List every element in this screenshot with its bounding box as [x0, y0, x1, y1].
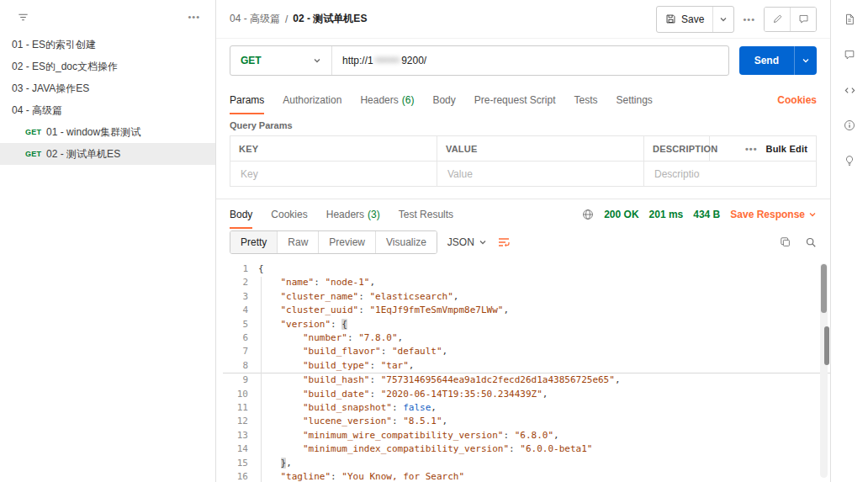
tab-params[interactable]: Params — [230, 86, 264, 114]
code-line: 3 "cluster_name": "elasticsearch", — [223, 290, 830, 304]
key-input[interactable] — [239, 167, 428, 181]
folder-label: 02 - ES的_doc文档操作 — [12, 60, 118, 74]
table-header-row: KEY VALUE DESCRIPTION ••• Bulk Edit — [230, 136, 816, 161]
code-line: 7 "build_flavor": "default", — [223, 345, 830, 358]
view-preview[interactable]: Preview — [318, 231, 375, 253]
response-headers-count: (3) — [368, 209, 380, 220]
method-dropdown[interactable]: GET — [230, 46, 332, 75]
save-label: Save — [681, 13, 704, 25]
code-line: 9 "build_hash": "757314695644ea9a1dc2fec… — [223, 373, 830, 387]
send-button[interactable]: Send — [739, 46, 817, 75]
request-pane: 04 - 高级篇 / 02 - 测试单机ES Save ••• — [216, 0, 830, 482]
request-actions: Save ••• — [656, 6, 817, 33]
sidebar-item-folder[interactable]: 03 - JAVA操作ES — [0, 77, 215, 99]
code-line: 4 "cluster_uuid": "1EqJf9fmTeSmVmpm8e7LW… — [223, 304, 830, 317]
folder-label: 03 - JAVA操作ES — [12, 82, 89, 96]
sidebar-item-request[interactable]: GET 01 - window集群测试 — [0, 121, 215, 143]
response-view-switcher: Pretty Raw Preview Visualize — [230, 230, 437, 254]
breadcrumb-current: 02 - 测试单机ES — [293, 12, 367, 26]
url-suffix: 9200/ — [401, 55, 426, 66]
response-pane: Body Cookies Headers(3) Test Results 200… — [216, 199, 830, 482]
save-options-caret[interactable] — [712, 7, 733, 32]
sidebar-item-folder[interactable]: 02 - ES的_doc文档操作 — [0, 56, 215, 77]
request-menu-icon[interactable]: ••• — [743, 14, 755, 24]
value-column-header: VALUE — [437, 136, 644, 161]
collections-sidebar: ••• 01 - ES的索引创建 02 - ES的_doc文档操作 03 - J… — [0, 0, 216, 482]
sidebar-item-request-selected[interactable]: GET 02 - 测试单机ES — [0, 143, 215, 165]
code-line: 5 "version": { — [223, 318, 830, 331]
sidebar-item-folder[interactable]: 01 - ES的索引创建 — [0, 34, 215, 56]
scrollbar-thumb[interactable] — [821, 264, 827, 313]
pane-scrollbar-thumb[interactable] — [824, 326, 829, 365]
save-response-button[interactable]: Save Response — [730, 209, 817, 220]
code-line: 1{ — [223, 262, 830, 276]
tab-authorization[interactable]: Authorization — [283, 86, 341, 114]
save-button[interactable]: Save — [656, 6, 734, 33]
response-body-viewer[interactable]: 1{2 "name": "node-1",3 "cluster_name": "… — [216, 261, 830, 482]
breadcrumb-separator: / — [285, 13, 288, 25]
response-tabs: Body Cookies Headers(3) Test Results 200… — [216, 199, 830, 229]
value-input[interactable] — [446, 167, 635, 181]
table-row — [230, 161, 816, 186]
description-input[interactable] — [653, 167, 701, 181]
edit-pencil-icon[interactable] — [765, 8, 790, 31]
comments-icon[interactable] — [842, 47, 857, 62]
code-snippet-icon[interactable] — [842, 82, 857, 98]
response-tab-headers[interactable]: Headers(3) — [326, 199, 380, 229]
query-params-title: Query Params — [216, 114, 830, 135]
tab-settings[interactable]: Settings — [617, 86, 653, 114]
code-line: 13 "minimum_wire_compatibility_version":… — [223, 429, 830, 442]
view-visualize[interactable]: Visualize — [375, 231, 437, 253]
response-tab-test-results[interactable]: Test Results — [399, 199, 453, 229]
tab-pre-request-script[interactable]: Pre-request Script — [474, 86, 556, 114]
key-column-header: KEY — [230, 136, 437, 161]
info-icon[interactable] — [842, 118, 857, 133]
documentation-icon[interactable] — [842, 12, 857, 27]
tab-tests[interactable]: Tests — [574, 86, 597, 114]
params-menu-icon[interactable]: ••• — [745, 144, 758, 154]
method-value: GET — [241, 55, 262, 66]
request-tabs: Params Authorization Headers(6) Body Pre… — [216, 86, 830, 114]
code-lines: 1{2 "name": "node-1",3 "cluster_name": "… — [223, 262, 830, 482]
tab-headers[interactable]: Headers(6) — [360, 86, 414, 114]
copy-icon[interactable] — [780, 236, 791, 248]
word-wrap-icon[interactable] — [497, 236, 511, 249]
response-tab-cookies[interactable]: Cookies — [271, 199, 307, 229]
code-line: 15 }, — [223, 457, 830, 470]
url-masked: ••••••• — [375, 55, 400, 66]
view-raw[interactable]: Raw — [277, 231, 318, 253]
url-input[interactable]: http://1 ••••••• 9200/ — [332, 46, 728, 75]
view-pretty[interactable]: Pretty — [230, 231, 277, 253]
sidebar-item-folder[interactable]: 04 - 高级篇 — [0, 99, 215, 121]
response-tools — [780, 236, 817, 248]
cookies-link[interactable]: Cookies — [777, 94, 817, 106]
code-line: 14 "minimum_index_compatibility_version"… — [223, 442, 830, 456]
response-scrollbar[interactable] — [820, 263, 828, 478]
network-globe-icon[interactable] — [582, 209, 594, 220]
format-value: JSON — [447, 236, 474, 248]
sidebar-menu-icon[interactable]: ••• — [188, 12, 200, 22]
save-icon — [665, 13, 676, 24]
postman-app: ••• 01 - ES的索引创建 02 - ES的_doc文档操作 03 - J… — [0, 0, 868, 482]
breadcrumb-folder[interactable]: 04 - 高级篇 — [230, 12, 280, 26]
tab-body[interactable]: Body — [432, 86, 455, 114]
code-line: 12 "lucene_version": "8.5.1", — [223, 415, 830, 428]
context-rail — [830, 0, 868, 482]
comment-icon[interactable] — [790, 8, 816, 31]
response-tab-body[interactable]: Body — [230, 199, 252, 229]
folder-label: 04 - 高级篇 — [12, 103, 62, 118]
send-options-caret[interactable] — [794, 46, 817, 75]
response-meta: 200 OK 201 ms 434 B Save Response — [582, 209, 817, 220]
lightbulb-icon[interactable] — [842, 153, 857, 168]
response-view-bar: Pretty Raw Preview Visualize JSON — [216, 229, 830, 261]
edit-comment-group — [764, 7, 817, 32]
bulk-edit-button[interactable]: Bulk Edit — [766, 144, 807, 154]
search-icon[interactable] — [805, 236, 817, 248]
filter-icon[interactable] — [15, 9, 30, 24]
folder-label: 01 - ES的索引创建 — [12, 38, 96, 52]
format-dropdown[interactable]: JSON — [447, 236, 487, 248]
chevron-down-icon — [313, 56, 321, 65]
code-line: 11 "build_snapshot": false, — [223, 401, 830, 415]
response-size: 434 B — [693, 209, 720, 220]
code-line: 8 "build_type": "tar", — [223, 359, 830, 373]
